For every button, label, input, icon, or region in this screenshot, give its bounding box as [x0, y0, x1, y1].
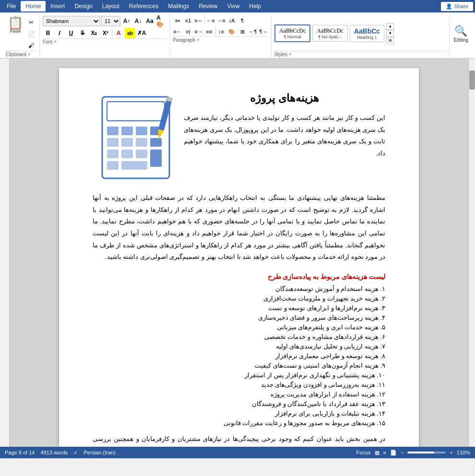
align-left-button[interactable]: ≡← — [173, 27, 182, 36]
layout-icon2[interactable]: ≡ — [383, 450, 386, 455]
editing-button[interactable]: 🔍 Editing — [452, 24, 469, 44]
share-button[interactable]: 👤 Share — [441, 2, 473, 11]
styles-label: Styles ↗ — [274, 51, 446, 57]
style-nospace-label: ¶ No Spac... — [317, 35, 343, 39]
align-center-button[interactable]: ≡| — [183, 27, 193, 36]
text-highlight-button[interactable]: A🎨 — [156, 16, 166, 26]
style-heading1[interactable]: AaBbCc Heading 1 — [350, 25, 384, 42]
font-expand[interactable]: ↗ — [53, 40, 57, 44]
spelling-icon: ✓ — [73, 450, 78, 456]
menu-file[interactable]: File — [2, 1, 21, 12]
svg-rect-8 — [136, 138, 147, 147]
style-nospace-preview: AaBbCcDc — [317, 27, 343, 35]
svg-rect-11 — [121, 150, 133, 158]
font-name-select[interactable]: Shabnam — [43, 16, 100, 26]
clipboard-group: 📋 Paste ✂ 📄 🖌 Clipboard ↗ — [3, 14, 40, 58]
style-normal[interactable]: AaBbCcDc ¶ Normal — [274, 24, 310, 42]
svg-rect-7 — [121, 138, 133, 147]
list-item-10: ۱۰. هزینه پشتیبانی و نگهداری نرم‌افزار پ… — [93, 372, 385, 379]
list-item-1: ۱. هزینه استخدام و آموزش توسعه‌دهندگان — [93, 285, 385, 292]
list-heading: لیست هزینه‌های مربوط به پیاده‌سازی طرح — [93, 273, 385, 280]
calculator-illustration — [93, 92, 184, 183]
scrollbar-thumb[interactable] — [469, 70, 475, 90]
styles-scroll: ▲ ▼ ⊞ — [386, 23, 394, 44]
styles-scroll-more[interactable]: ⊞ — [386, 37, 394, 44]
subscript-button[interactable]: X₂ — [89, 28, 99, 38]
multilevel-list-button[interactable]: ≡↔ — [194, 16, 203, 25]
align-right-button[interactable]: ≡→ — [194, 27, 203, 36]
zoom-level: 110% — [457, 450, 470, 455]
decrease-indent-button[interactable]: ←≡ — [206, 16, 215, 25]
clear-formatting-button[interactable]: ✗A — [136, 28, 147, 38]
ribbon-toolbar: 📋 Paste ✂ 📄 🖌 Clipboard ↗ Shabnam 11 — [0, 12, 475, 58]
styles-scroll-down[interactable]: ▼ — [386, 30, 394, 37]
language: Persian (Iran) — [83, 450, 116, 455]
editing-spacer: . — [460, 51, 462, 57]
list-item-15: ۱۵. هزینه‌های مربوط به صدور مجوزها و رعا… — [93, 419, 385, 427]
text-highlight-color-button[interactable]: ab — [125, 28, 135, 38]
styles-scroll-up[interactable]: ▲ — [386, 23, 394, 30]
menu-mailings[interactable]: Mailings — [163, 1, 194, 12]
layout-icon3[interactable]: 📄 — [390, 450, 397, 456]
zoom-increase[interactable]: + — [450, 450, 452, 455]
para-expand[interactable]: ↗ — [196, 38, 200, 42]
editing-label: Editing — [453, 37, 468, 43]
clipboard-expand[interactable]: ↗ — [27, 52, 31, 57]
style-nospace[interactable]: AaBbCcDc ¶ No Spac... — [312, 25, 347, 42]
zoom-decrease[interactable]: − — [401, 450, 404, 455]
list-item-2: ۲. هزینه خرید تجهیزات و ملزومات سخت‌افزا… — [93, 295, 385, 302]
font-size-select[interactable]: 11 — [101, 16, 120, 26]
cost-list: ۱. هزینه استخدام و آموزش توسعه‌دهندگان ۲… — [93, 285, 385, 427]
sort-button[interactable]: ↕A — [227, 16, 237, 25]
font-group-label: Font ↗ — [43, 38, 166, 45]
style-heading1-preview: AaBbCc — [354, 27, 380, 35]
menu-references[interactable]: References — [124, 1, 163, 12]
menu-view[interactable]: View — [223, 1, 245, 12]
divider — [112, 29, 112, 37]
font-size-decrease-button[interactable]: A↓ — [133, 16, 143, 26]
menu-layout[interactable]: Layout — [97, 1, 124, 12]
second-paragraph: مطمئنا هزینه‌های نهایی پیشنهادی ما بستگی… — [93, 192, 385, 263]
bold-button[interactable]: B — [43, 28, 53, 38]
superscript-button[interactable]: X² — [100, 28, 111, 38]
borders-button[interactable]: ⊞ — [238, 27, 247, 36]
svg-rect-15 — [121, 161, 147, 170]
underline-button[interactable]: U — [66, 28, 76, 38]
document-scroll-area[interactable]: هزینه‌های پروژه این کسب و کار نیز مانند … — [10, 58, 468, 447]
right-scrollbar[interactable] — [468, 58, 475, 447]
layout-icon1[interactable]: ▦ — [375, 450, 380, 456]
intro-paragraph: این کسب و کار نیز مانند هر کسب و کار تول… — [184, 112, 385, 160]
bullets-button[interactable]: ≡• — [173, 16, 182, 25]
focus-label[interactable]: Focus — [356, 450, 371, 455]
svg-rect-6 — [107, 138, 119, 147]
menu-insert[interactable]: Insert — [46, 1, 70, 12]
line-spacing-button[interactable]: ↕≡ — [216, 27, 226, 36]
increase-indent-button[interactable]: →≡ — [216, 16, 226, 25]
show-formatting-button[interactable]: ¶ — [238, 16, 247, 25]
justify-button[interactable]: ≡≡ — [204, 27, 214, 36]
menu-design[interactable]: Design — [70, 1, 97, 12]
italic-button[interactable]: I — [54, 28, 65, 38]
shading-button[interactable]: 🎨 — [227, 27, 237, 36]
editing-group: 🔍 Editing . — [450, 14, 472, 58]
font-color-button[interactable]: A — [113, 28, 124, 38]
styles-expand[interactable]: ↗ — [288, 52, 292, 57]
font-size-increase-button[interactable]: A↑ — [121, 16, 132, 26]
change-case-button[interactable]: Aa — [144, 16, 155, 26]
format-painter-button[interactable]: 🖌 — [26, 40, 36, 51]
menu-help[interactable]: Help — [244, 1, 266, 12]
rtl-button[interactable]: ←¶ — [248, 27, 258, 36]
menu-home[interactable]: Home — [21, 1, 46, 12]
cut-button[interactable]: ✂ — [26, 17, 36, 28]
font-group: Shabnam 11 A↑ A↓ Aa A🎨 B I U S̶ X₂ X² A … — [40, 14, 170, 58]
status-bar: Page 9 of 14 4913 words ✓ Persian (Iran)… — [0, 447, 475, 458]
clipboard-label: Clipboard ↗ — [6, 51, 36, 57]
menu-review[interactable]: Review — [194, 1, 222, 12]
style-heading1-label: Heading 1 — [354, 35, 380, 40]
paste-button[interactable]: 📋 Paste — [6, 15, 25, 35]
ltr-button[interactable]: ¶→ — [259, 27, 268, 36]
copy-button[interactable]: 📄 — [26, 29, 36, 39]
strikethrough-button[interactable]: S̶ — [77, 28, 88, 38]
list-item-4: ۴. هزینه زیرساخت‌های سرور و فضای ذخیره‌س… — [93, 314, 385, 321]
numbering-button[interactable]: ≡1 — [183, 16, 193, 25]
